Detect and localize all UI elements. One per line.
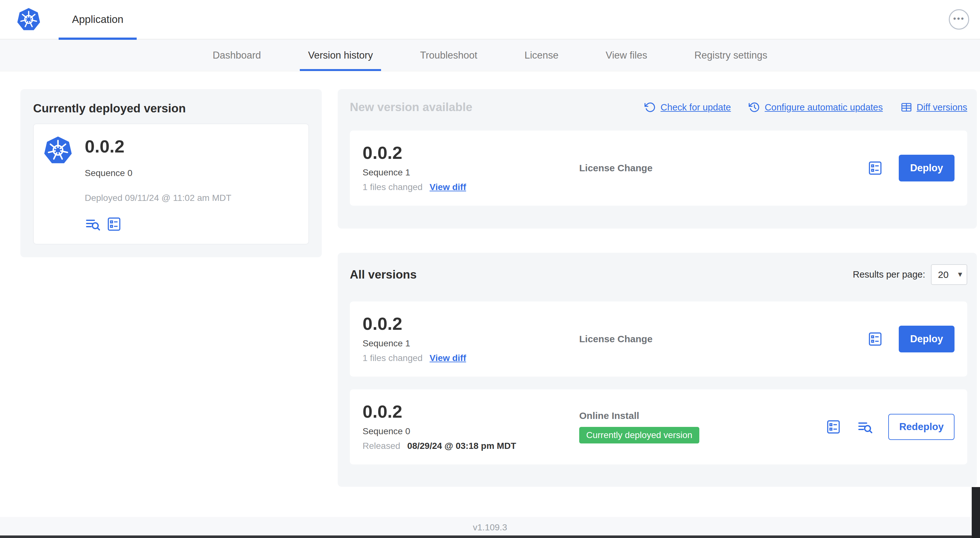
- diff-versions-link[interactable]: Diff versions: [900, 102, 967, 113]
- files-changed-label: 1 files changed: [363, 182, 422, 192]
- bottom-edge-bar: [0, 535, 980, 538]
- nav-tab-version-history[interactable]: Version history: [300, 40, 381, 71]
- version-number: 0.0.2: [363, 144, 579, 162]
- nav-tab-dashboard[interactable]: Dashboard: [204, 40, 269, 71]
- clock-icon: [749, 102, 760, 113]
- app-tab-label: Application: [72, 13, 123, 25]
- new-version-header: New version available Check for update: [350, 101, 967, 114]
- preflight-checks-icon[interactable]: [826, 419, 841, 435]
- deploy-button[interactable]: Deploy: [899, 326, 955, 352]
- released-timestamp: 08/29/24 @ 03:18 pm MDT: [407, 441, 516, 451]
- scrollbar-thumb[interactable]: [972, 487, 980, 538]
- version-info: 0.0.2 Sequence 0 Released 08/29/24 @ 03:…: [363, 403, 579, 451]
- app-header: Application •••: [0, 0, 980, 40]
- main-content: Currently deployed version: [0, 71, 980, 517]
- version-source: License Change: [579, 333, 858, 344]
- diff-icon: [900, 102, 912, 113]
- configure-automatic-updates-link[interactable]: Configure automatic updates: [749, 102, 883, 113]
- console-version: v1.109.3: [473, 522, 507, 533]
- configure-automatic-updates-label: Configure automatic updates: [765, 102, 883, 113]
- release-notes-icon[interactable]: [857, 419, 872, 435]
- sequence-label: Sequence 1: [363, 167, 579, 178]
- version-source-label: License Change: [579, 163, 858, 173]
- app-footer: v1.109.3: [0, 517, 980, 538]
- files-changed-row: 1 files changed View diff: [363, 353, 579, 363]
- right-column: New version available Check for update: [338, 89, 977, 487]
- released-row: Released 08/29/24 @ 03:18 pm MDT: [363, 441, 579, 451]
- current-version-actions: [85, 216, 231, 232]
- view-diff-link[interactable]: View diff: [430, 353, 466, 363]
- version-number: 0.0.2: [363, 315, 579, 333]
- update-links: Check for update Configure automatic upd…: [644, 102, 967, 113]
- currently-deployed-badge: Currently deployed version: [579, 427, 699, 443]
- version-source: License Change: [579, 163, 858, 173]
- currently-deployed-panel: Currently deployed version: [21, 89, 322, 257]
- main-nav: Dashboard Version history Troubleshoot L…: [0, 40, 980, 71]
- new-version-panel: New version available Check for update: [338, 89, 977, 229]
- version-actions: Redeploy: [826, 414, 955, 440]
- check-for-update-link[interactable]: Check for update: [644, 102, 731, 113]
- preflight-checks-icon[interactable]: [867, 160, 883, 176]
- version-source-label: License Change: [579, 333, 858, 344]
- all-versions-header: All versions Results per page: 20 ▾: [350, 264, 967, 285]
- version-info: 0.0.2 Sequence 1 1 files changed View di…: [363, 315, 579, 363]
- results-per-page-select-wrap: 20 ▾: [931, 264, 967, 285]
- sequence-label: Sequence 0: [363, 426, 579, 436]
- results-per-page-label: Results per page:: [853, 269, 925, 280]
- all-versions-title: All versions: [350, 268, 417, 281]
- currently-deployed-title: Currently deployed version: [33, 102, 309, 115]
- preflight-checks-icon[interactable]: [107, 216, 122, 232]
- version-source: Online Install Currently deployed versio…: [579, 410, 816, 443]
- refresh-icon: [644, 102, 656, 113]
- new-version-title: New version available: [350, 101, 473, 114]
- new-version-card: 0.0.2 Sequence 1 1 files changed View di…: [350, 130, 967, 206]
- results-per-page-select[interactable]: 20: [931, 264, 967, 285]
- diff-versions-label: Diff versions: [916, 102, 967, 113]
- version-number: 0.0.2: [363, 403, 579, 421]
- tab-application[interactable]: Application: [59, 0, 137, 39]
- current-version-card: 0.0.2 Sequence 0 Deployed 09/11/24 @ 11:…: [33, 124, 309, 244]
- nav-tab-license[interactable]: License: [516, 40, 567, 71]
- version-source-label: Online Install: [579, 410, 816, 421]
- current-version-details: 0.0.2 Sequence 0 Deployed 09/11/24 @ 11:…: [85, 136, 231, 232]
- files-changed-label: 1 files changed: [363, 353, 422, 363]
- kubernetes-icon: [43, 136, 73, 165]
- release-notes-icon[interactable]: [85, 216, 100, 232]
- files-changed-row: 1 files changed View diff: [363, 182, 579, 192]
- version-row: 0.0.2 Sequence 1 1 files changed View di…: [350, 302, 967, 376]
- deploy-button[interactable]: Deploy: [899, 155, 955, 181]
- current-sequence-label: Sequence 0: [85, 168, 231, 178]
- nav-tab-troubleshoot[interactable]: Troubleshoot: [412, 40, 485, 71]
- nav-tab-registry-settings[interactable]: Registry settings: [686, 40, 775, 71]
- all-versions-panel: All versions Results per page: 20 ▾ 0.0.…: [338, 253, 977, 487]
- ellipsis-icon: •••: [953, 14, 965, 22]
- overflow-menu-button[interactable]: •••: [949, 9, 969, 30]
- preflight-checks-icon[interactable]: [867, 332, 883, 347]
- deployed-timestamp: Deployed 09/11/24 @ 11:02 am MDT: [85, 193, 231, 203]
- current-version-number: 0.0.2: [85, 138, 231, 156]
- view-diff-link[interactable]: View diff: [430, 182, 466, 192]
- redeploy-button[interactable]: Redeploy: [888, 414, 955, 440]
- nav-tab-view-files[interactable]: View files: [597, 40, 655, 71]
- version-actions: Deploy: [867, 155, 955, 181]
- results-per-page: Results per page: 20 ▾: [853, 264, 967, 285]
- check-for-update-label: Check for update: [660, 102, 731, 113]
- released-label: Released: [363, 441, 400, 451]
- sequence-label: Sequence 1: [363, 338, 579, 349]
- version-info: 0.0.2 Sequence 1 1 files changed View di…: [363, 144, 579, 192]
- kots-admin-console: { "colors": { "accent": "#326DE6", "badg…: [0, 0, 980, 538]
- version-actions: Deploy: [867, 326, 955, 352]
- version-row: 0.0.2 Sequence 0 Released 08/29/24 @ 03:…: [350, 389, 967, 465]
- kubernetes-logo: [17, 7, 41, 32]
